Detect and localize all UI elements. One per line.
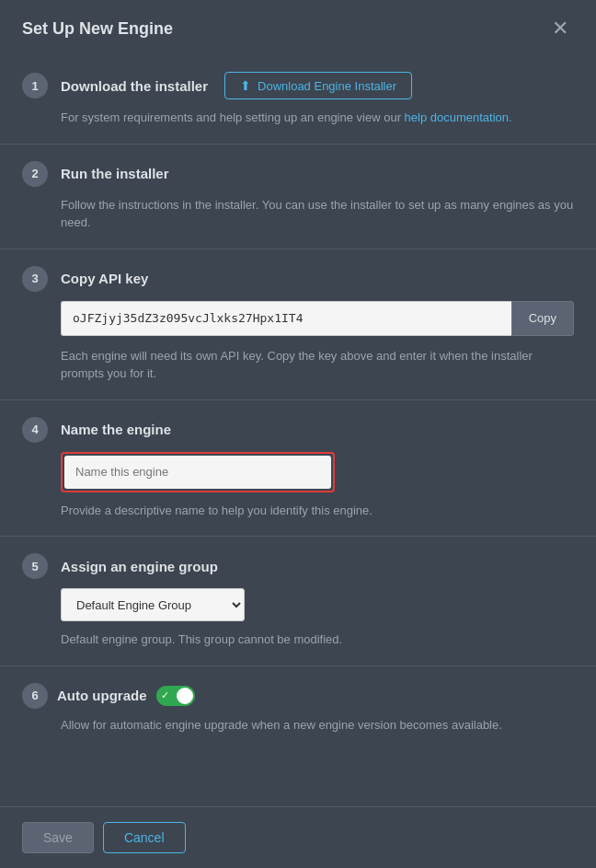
step-1-number: 1 (22, 73, 48, 98)
download-icon: ⬆ (240, 78, 251, 93)
step-2-desc: Follow the instructions in the installer… (61, 196, 574, 232)
step-1-header: 1 Download the installer ⬆ Download Engi… (22, 72, 574, 99)
step-1-label: Download the installer (61, 78, 208, 94)
step-1-desc-prefix: For system requirements and help setting… (61, 110, 405, 124)
step-2-label: Run the installer (61, 166, 169, 181)
api-key-input[interactable] (61, 301, 511, 336)
step-5-number: 5 (22, 553, 48, 579)
step-1-desc: For system requirements and help setting… (61, 109, 574, 127)
cancel-button[interactable]: Cancel (103, 822, 186, 853)
engine-group-row: Default Engine Group (61, 588, 574, 621)
step-3-header: 3 Copy API key (22, 266, 574, 292)
api-key-row: Copy (61, 301, 574, 336)
engine-name-input[interactable] (64, 456, 331, 489)
step-6-header: 6 Auto upgrade ✓ (22, 683, 574, 709)
close-button[interactable]: ✕ (546, 17, 574, 41)
save-button[interactable]: Save (22, 822, 94, 853)
step-4-number: 4 (22, 417, 48, 443)
step-1-row: Download the installer ⬆ Download Engine… (61, 72, 412, 99)
step-4-section: 4 Name the engine Provide a descriptive … (0, 400, 596, 538)
name-input-outer (61, 452, 335, 492)
help-doc-link[interactable]: help documentation. (405, 110, 512, 124)
modal-header: Set Up New Engine ✕ (0, 0, 596, 55)
step-5-desc: Default engine group. This group cannot … (61, 631, 574, 649)
toggle-knob (177, 688, 193, 704)
modal-footer: Save Cancel (0, 806, 596, 868)
step-3-label: Copy API key (61, 271, 148, 286)
step-6-desc: Allow for automatic engine upgrade when … (61, 716, 574, 735)
download-installer-button[interactable]: ⬆ Download Engine Installer (224, 72, 412, 99)
step-2-section: 2 Run the installer Follow the instructi… (0, 145, 596, 249)
step-3-number: 3 (22, 266, 48, 292)
setup-modal: Set Up New Engine ✕ 1 Download the insta… (0, 0, 596, 868)
step-4-label: Name the engine (61, 422, 171, 437)
copy-api-key-button[interactable]: Copy (511, 301, 574, 336)
step-6-section: 6 Auto upgrade ✓ Allow for automatic eng… (0, 666, 596, 751)
step-5-header: 5 Assign an engine group (22, 553, 574, 579)
step-2-header: 2 Run the installer (22, 161, 574, 187)
engine-group-select[interactable]: Default Engine Group (61, 588, 245, 621)
auto-upgrade-toggle[interactable]: ✓ (156, 686, 195, 706)
step-1-section: 1 Download the installer ⬆ Download Engi… (0, 55, 596, 145)
step-6-label: Auto upgrade (57, 688, 147, 703)
download-btn-label: Download Engine Installer (258, 79, 396, 93)
step-3-desc: Each engine will need its own API key. C… (61, 347, 574, 383)
name-engine-wrap (61, 452, 574, 492)
step-3-section: 3 Copy API key Copy Each engine will nee… (0, 249, 596, 400)
modal-title: Set Up New Engine (22, 19, 173, 39)
step-4-header: 4 Name the engine (22, 417, 574, 443)
step-5-section: 5 Assign an engine group Default Engine … (0, 537, 596, 666)
toggle-check-icon: ✓ (161, 689, 169, 701)
step-5-label: Assign an engine group (61, 559, 218, 574)
step-6-number: 6 (22, 683, 48, 709)
step-4-desc: Provide a descriptive name to help you i… (61, 502, 574, 520)
step-2-number: 2 (22, 161, 48, 187)
